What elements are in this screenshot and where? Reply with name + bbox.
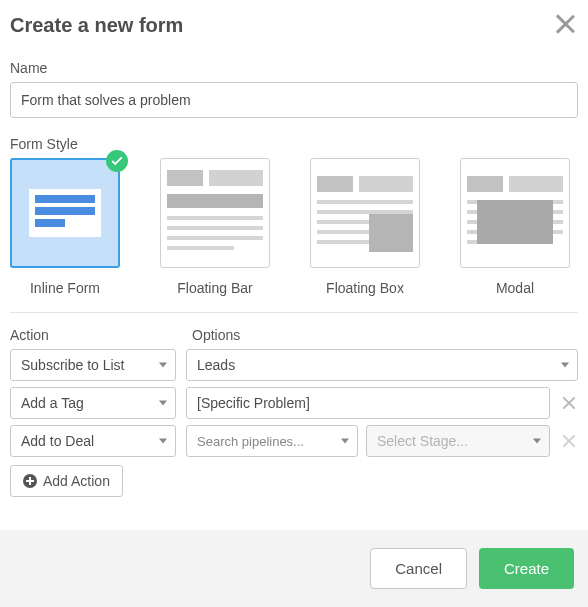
close-icon[interactable] — [552, 12, 578, 38]
name-label: Name — [10, 60, 578, 76]
option-select-0-value: Leads — [197, 357, 235, 373]
form-name-input[interactable] — [10, 82, 578, 118]
dialog-title: Create a new form — [10, 14, 183, 37]
style-option-modal[interactable] — [460, 158, 570, 268]
action-select-2[interactable]: Add to Deal — [10, 425, 176, 457]
create-button[interactable]: Create — [479, 548, 574, 589]
thumbnail-floating-box — [317, 176, 413, 250]
style-option-floating-box[interactable] — [310, 158, 420, 268]
chevron-down-icon — [561, 363, 569, 368]
action-heading: Action — [10, 327, 176, 343]
pipeline-placeholder: Search pipelines... — [197, 434, 304, 449]
stage-placeholder: Select Stage... — [377, 433, 468, 449]
option-select-0[interactable]: Leads — [186, 349, 578, 381]
style-label-floating-box: Floating Box — [310, 280, 420, 296]
remove-action-2[interactable] — [560, 432, 578, 450]
thumbnail-floating-bar — [167, 170, 263, 256]
action-select-0[interactable]: Subscribe to List — [10, 349, 176, 381]
style-label-floating-bar: Floating Bar — [160, 280, 270, 296]
chevron-down-icon — [159, 401, 167, 406]
thumbnail-modal — [467, 176, 563, 250]
checkmark-icon — [106, 150, 128, 172]
action-select-0-value: Subscribe to List — [21, 357, 125, 373]
divider — [10, 312, 578, 313]
action-select-1[interactable]: Add a Tag — [10, 387, 176, 419]
action-select-1-value: Add a Tag — [21, 395, 84, 411]
add-action-button[interactable]: Add Action — [10, 465, 123, 497]
chevron-down-icon — [159, 363, 167, 368]
add-action-label: Add Action — [43, 473, 110, 489]
form-style-label: Form Style — [10, 136, 578, 152]
thumbnail-inline — [29, 189, 101, 237]
chevron-down-icon — [533, 439, 541, 444]
chevron-down-icon — [159, 439, 167, 444]
style-option-inline[interactable] — [10, 158, 120, 268]
plus-circle-icon — [23, 474, 37, 488]
style-option-floating-bar[interactable] — [160, 158, 270, 268]
stage-select[interactable]: Select Stage... — [366, 425, 550, 457]
style-label-modal: Modal — [460, 280, 570, 296]
option-input-1[interactable] — [186, 387, 550, 419]
cancel-button[interactable]: Cancel — [370, 548, 467, 589]
chevron-down-icon — [341, 439, 349, 444]
pipeline-select[interactable]: Search pipelines... — [186, 425, 358, 457]
remove-action-1[interactable] — [560, 394, 578, 412]
style-label-inline: Inline Form — [10, 280, 120, 296]
options-heading: Options — [192, 327, 578, 343]
action-select-2-value: Add to Deal — [21, 433, 94, 449]
